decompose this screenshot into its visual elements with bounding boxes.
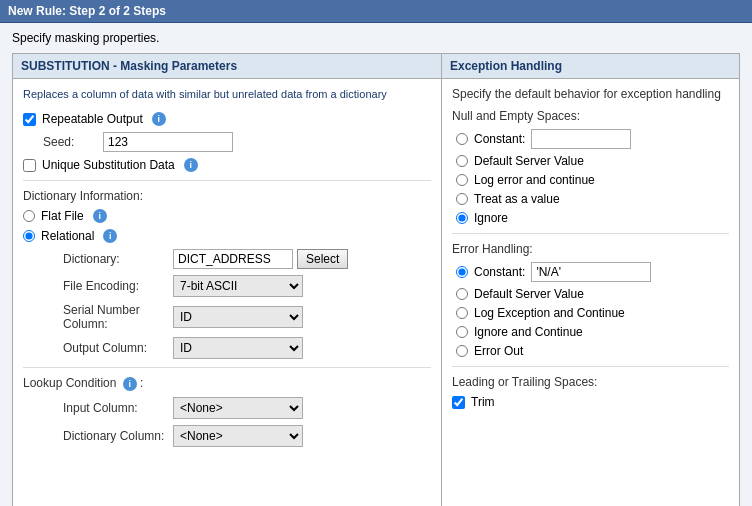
main-panels: SUBSTITUTION - Masking Parameters Replac… — [12, 53, 740, 506]
error-ignore-continue-row: Ignore and Continue — [452, 325, 729, 339]
trim-row: Trim — [452, 395, 729, 409]
page-subtitle: Specify masking properties. — [12, 31, 740, 45]
null-constant-input[interactable] — [531, 129, 631, 149]
repeatable-output-label: Repeatable Output — [42, 112, 143, 126]
null-treat-as-value-row: Treat as a value — [452, 192, 729, 206]
trim-label: Trim — [471, 395, 495, 409]
seed-input[interactable] — [103, 132, 233, 152]
file-encoding-select[interactable]: 7-bit ASCII — [173, 275, 303, 297]
relational-info-icon[interactable]: i — [103, 229, 117, 243]
repeatable-output-row: Repeatable Output i — [23, 112, 431, 126]
output-column-row: Output Column: ID — [23, 337, 431, 359]
file-encoding-label: File Encoding: — [63, 279, 173, 293]
serial-number-row: Serial Number Column: ID — [23, 303, 431, 331]
error-constant-input[interactable] — [531, 262, 651, 282]
error-log-exception-radio[interactable] — [456, 307, 468, 319]
unique-substitution-row: Unique Substitution Data i — [23, 158, 431, 172]
unique-substitution-label: Unique Substitution Data — [42, 158, 175, 172]
lookup-section: Lookup Condition i : Input Column: <None… — [23, 376, 431, 447]
dictionary-column-row: Dictionary Column: <None> — [23, 425, 431, 447]
input-column-label: Input Column: — [63, 401, 173, 415]
dictionary-column-label: Dictionary Column: — [63, 429, 173, 443]
lookup-info-icon[interactable]: i — [123, 377, 137, 391]
title-bar: New Rule: Step 2 of 2 Steps — [0, 0, 752, 23]
unique-substitution-checkbox[interactable] — [23, 159, 36, 172]
flat-file-radio[interactable] — [23, 210, 35, 222]
null-ignore-label: Ignore — [474, 211, 508, 225]
error-default-server-row: Default Server Value — [452, 287, 729, 301]
right-divider-2 — [452, 366, 729, 367]
right-divider-1 — [452, 233, 729, 234]
null-constant-label: Constant: — [474, 132, 525, 146]
description-text: Replaces a column of data with similar b… — [23, 87, 431, 102]
relational-row: Relational i — [23, 229, 431, 243]
error-constant-radio[interactable] — [456, 266, 468, 278]
serial-number-select[interactable]: ID — [173, 306, 303, 328]
seed-label: Seed: — [43, 135, 103, 149]
null-treat-as-value-label: Treat as a value — [474, 192, 560, 206]
null-log-error-row: Log error and continue — [452, 173, 729, 187]
leading-trailing-label: Leading or Trailing Spaces: — [452, 375, 729, 389]
error-ignore-continue-radio[interactable] — [456, 326, 468, 338]
right-panel: Exception Handling Specify the default b… — [442, 53, 740, 506]
null-ignore-row: Ignore — [452, 211, 729, 225]
leading-section: Leading or Trailing Spaces: Trim — [452, 375, 729, 409]
output-column-select[interactable]: ID — [173, 337, 303, 359]
error-constant-row: Constant: — [452, 262, 729, 282]
error-log-exception-label: Log Exception and Continue — [474, 306, 625, 320]
relational-label: Relational — [41, 229, 94, 243]
null-default-server-radio[interactable] — [456, 155, 468, 167]
dictionary-field-label: Dictionary: — [63, 252, 173, 266]
null-ignore-radio[interactable] — [456, 212, 468, 224]
seed-row: Seed: — [23, 132, 431, 152]
error-log-exception-row: Log Exception and Continue — [452, 306, 729, 320]
left-panel-body: Replaces a column of data with similar b… — [13, 79, 441, 506]
relational-radio[interactable] — [23, 230, 35, 242]
flat-file-row: Flat File i — [23, 209, 431, 223]
null-default-server-row: Default Server Value — [452, 154, 729, 168]
error-error-out-row: Error Out — [452, 344, 729, 358]
dictionary-input[interactable] — [173, 249, 293, 269]
unique-substitution-info-icon[interactable]: i — [184, 158, 198, 172]
repeatable-output-checkbox[interactable] — [23, 113, 36, 126]
input-column-row: Input Column: <None> — [23, 397, 431, 419]
divider-1 — [23, 180, 431, 181]
left-panel: SUBSTITUTION - Masking Parameters Replac… — [12, 53, 442, 506]
serial-number-label: Serial Number Column: — [63, 303, 173, 331]
content-area: Specify masking properties. SUBSTITUTION… — [0, 23, 752, 506]
error-ignore-continue-label: Ignore and Continue — [474, 325, 583, 339]
right-panel-header: Exception Handling — [442, 54, 739, 79]
trim-checkbox[interactable] — [452, 396, 465, 409]
null-default-server-label: Default Server Value — [474, 154, 584, 168]
repeatable-output-info-icon[interactable]: i — [152, 112, 166, 126]
null-empty-label: Null and Empty Spaces: — [452, 109, 729, 123]
flat-file-label: Flat File — [41, 209, 84, 223]
file-encoding-row: File Encoding: 7-bit ASCII — [23, 275, 431, 297]
select-button[interactable]: Select — [297, 249, 348, 269]
lookup-label: Lookup Condition i : — [23, 376, 431, 391]
error-default-server-label: Default Server Value — [474, 287, 584, 301]
title-text: New Rule: Step 2 of 2 Steps — [8, 4, 166, 18]
null-constant-row: Constant: — [452, 129, 729, 149]
error-constant-label: Constant: — [474, 265, 525, 279]
input-column-select[interactable]: <None> — [173, 397, 303, 419]
dictionary-column-select[interactable]: <None> — [173, 425, 303, 447]
null-log-error-radio[interactable] — [456, 174, 468, 186]
null-treat-as-value-radio[interactable] — [456, 193, 468, 205]
error-error-out-label: Error Out — [474, 344, 523, 358]
dictionary-info-label: Dictionary Information: — [23, 189, 431, 203]
null-log-error-label: Log error and continue — [474, 173, 595, 187]
flat-file-info-icon[interactable]: i — [93, 209, 107, 223]
null-constant-radio[interactable] — [456, 133, 468, 145]
divider-2 — [23, 367, 431, 368]
output-column-label: Output Column: — [63, 341, 173, 355]
dictionary-field-row: Dictionary: Select — [23, 249, 431, 269]
right-description: Specify the default behavior for excepti… — [452, 87, 729, 101]
error-default-server-radio[interactable] — [456, 288, 468, 300]
left-panel-header: SUBSTITUTION - Masking Parameters — [13, 54, 441, 79]
error-error-out-radio[interactable] — [456, 345, 468, 357]
right-panel-body: Specify the default behavior for excepti… — [442, 79, 739, 417]
error-handling-label: Error Handling: — [452, 242, 729, 256]
